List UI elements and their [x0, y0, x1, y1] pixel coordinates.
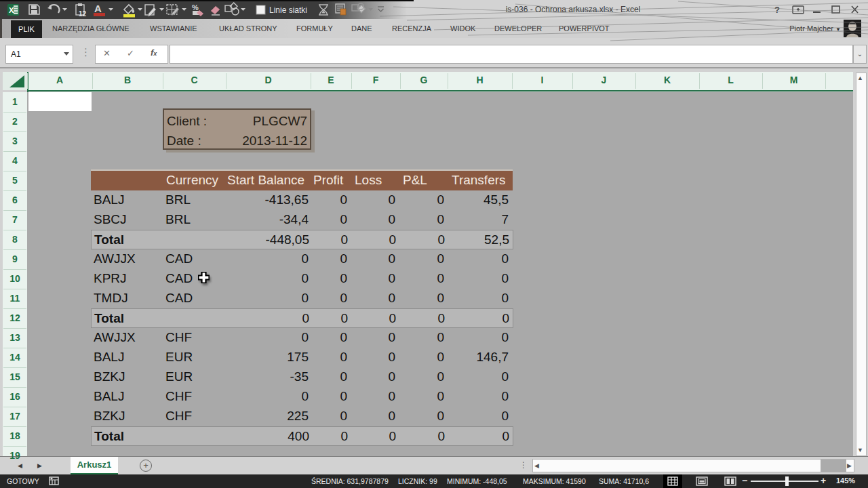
- svg-text:X: X: [9, 6, 14, 14]
- svg-text:A: A: [94, 3, 102, 14]
- svg-text:Linie siatki: Linie siatki: [269, 5, 307, 15]
- svg-text:12: 12: [79, 10, 87, 18]
- svg-text:%: %: [192, 3, 199, 12]
